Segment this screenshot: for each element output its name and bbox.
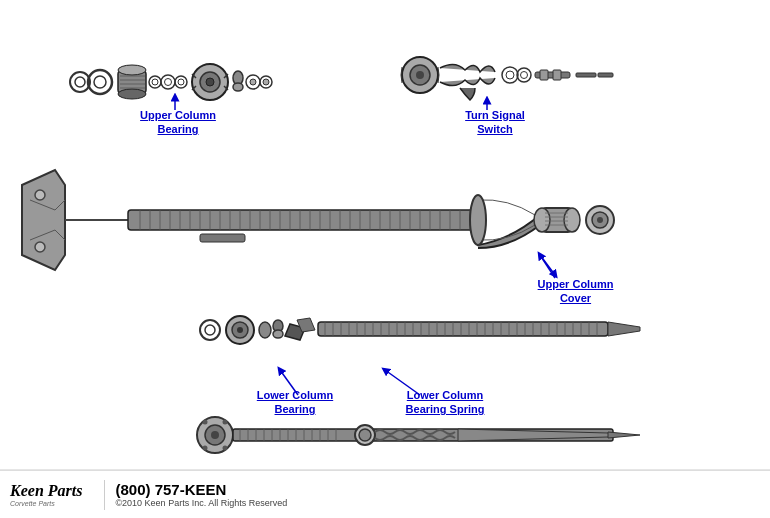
footer-info: (800) 757-KEEN ©2010 Keen Parts Inc. All…: [115, 481, 287, 508]
svg-point-138: [223, 420, 228, 425]
diagram-container: Upper Column Bearing Turn Signal Switch …: [0, 0, 770, 518]
svg-point-78: [470, 195, 486, 245]
svg-point-80: [534, 208, 550, 232]
svg-point-137: [203, 420, 208, 425]
svg-point-140: [223, 446, 228, 451]
svg-point-139: [203, 446, 208, 451]
svg-point-6: [118, 65, 146, 75]
upper-column-bearing-label: Upper Column Bearing: [138, 108, 218, 137]
footer: Keen Parts Corvette Parts (800) 757-KEEN…: [0, 470, 770, 518]
svg-point-7: [118, 89, 146, 99]
logo-area: Keen Parts Corvette Parts: [10, 482, 82, 507]
svg-point-40: [35, 242, 45, 252]
svg-rect-35: [540, 70, 548, 80]
svg-point-95: [259, 322, 271, 338]
svg-point-94: [237, 327, 243, 333]
svg-point-24: [250, 79, 256, 85]
svg-point-136: [211, 431, 219, 439]
logo-text: Keen Parts: [10, 482, 82, 500]
svg-rect-37: [576, 73, 596, 77]
svg-rect-36: [553, 70, 561, 80]
turn-signal-switch-label: Turn Signal Switch: [455, 108, 535, 137]
svg-point-20: [206, 78, 214, 86]
logo-tagline: Corvette Parts: [10, 500, 82, 507]
svg-point-88: [597, 217, 603, 223]
svg-rect-42: [128, 210, 478, 230]
svg-rect-38: [598, 73, 613, 77]
svg-point-156: [359, 429, 371, 441]
svg-point-29: [416, 71, 424, 79]
upper-column-cover-label: Upper Column Cover: [533, 277, 618, 306]
svg-point-39: [35, 190, 45, 200]
svg-point-26: [263, 79, 269, 85]
svg-point-22: [233, 83, 243, 91]
svg-point-81: [564, 208, 580, 232]
lower-column-bearing-spring-label: Lower Column Bearing Spring: [400, 388, 490, 417]
footer-phone: (800) 757-KEEN: [115, 481, 287, 498]
footer-separator: [104, 480, 105, 510]
svg-rect-77: [200, 234, 245, 242]
footer-copyright: ©2010 Keen Parts Inc. All Rights Reserve…: [115, 498, 287, 508]
svg-rect-98: [318, 322, 608, 336]
svg-point-97: [273, 330, 283, 338]
lower-column-bearing-label: Lower Column Bearing: [255, 388, 335, 417]
